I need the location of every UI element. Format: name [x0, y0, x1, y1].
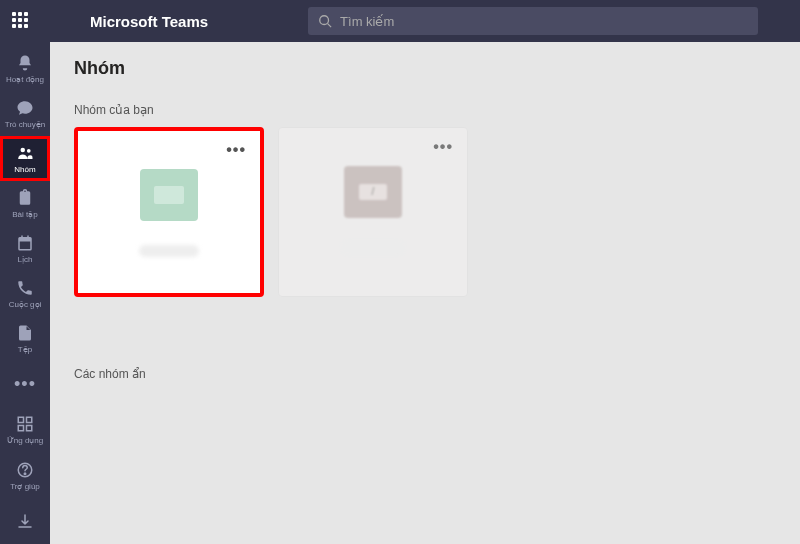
search-input[interactable]	[340, 14, 748, 29]
svg-point-9	[24, 473, 26, 475]
search-icon	[318, 14, 332, 28]
sidebar-item-label: Hoạt động	[6, 75, 44, 84]
sidebar-item-label: Nhóm	[14, 165, 35, 174]
bell-icon	[15, 53, 35, 73]
sidebar: Hoạt động Trò chuyện Nhóm Bài tập Lịch C…	[0, 0, 50, 544]
apps-icon	[15, 414, 35, 434]
sidebar-item-label: Cuộc gọi	[9, 300, 42, 309]
sidebar-item-files[interactable]: Tệp	[0, 316, 50, 361]
team-card[interactable]: ••• /	[278, 127, 468, 297]
svg-rect-5	[27, 417, 32, 422]
app-launcher-icon[interactable]	[12, 12, 30, 30]
svg-point-0	[320, 16, 329, 25]
help-icon	[15, 460, 35, 480]
file-icon	[15, 323, 35, 343]
team-card[interactable]: •••	[74, 127, 264, 297]
sidebar-item-calls[interactable]: Cuộc gọi	[0, 271, 50, 316]
sidebar-item-label: Lịch	[18, 255, 33, 264]
download-icon	[15, 511, 35, 531]
sidebar-item-assignments[interactable]: Bài tập	[0, 181, 50, 226]
ellipsis-icon: •••	[15, 374, 35, 394]
title-bar: Microsoft Teams	[0, 0, 800, 42]
team-more-button[interactable]: •••	[226, 141, 246, 159]
svg-rect-4	[18, 417, 23, 422]
svg-point-3	[27, 149, 31, 153]
your-teams-label: Nhóm của bạn	[74, 103, 776, 117]
sidebar-item-apps[interactable]: Ứng dụng	[0, 406, 50, 452]
calendar-icon	[15, 233, 35, 253]
svg-point-2	[21, 148, 26, 153]
phone-icon	[15, 278, 35, 298]
page-title: Nhóm	[74, 58, 776, 79]
team-avatar: /	[344, 166, 402, 218]
team-cards: ••• ••• /	[74, 127, 776, 297]
svg-line-1	[328, 24, 332, 28]
sidebar-item-label: Ứng dụng	[7, 436, 43, 445]
app-title: Microsoft Teams	[90, 13, 208, 30]
sidebar-item-activity[interactable]: Hoạt động	[0, 46, 50, 91]
sidebar-item-download[interactable]	[0, 498, 50, 544]
assignments-icon	[15, 188, 35, 208]
hidden-teams-label: Các nhóm ẩn	[74, 367, 776, 381]
sidebar-item-calendar[interactable]: Lịch	[0, 226, 50, 271]
sidebar-item-help[interactable]: Trợ giúp	[0, 452, 50, 498]
main-content: Nhóm Nhóm của bạn ••• ••• / Các nhóm ẩn	[50, 42, 800, 544]
sidebar-item-chat[interactable]: Trò chuyện	[0, 91, 50, 136]
team-avatar	[140, 169, 198, 221]
sidebar-item-teams[interactable]: Nhóm	[0, 136, 50, 181]
sidebar-item-more[interactable]: •••	[0, 361, 50, 406]
svg-rect-6	[18, 425, 23, 430]
teams-icon	[15, 143, 35, 163]
sidebar-item-label: Trợ giúp	[10, 482, 40, 491]
sidebar-item-label: Trò chuyện	[5, 120, 45, 129]
sidebar-item-label: Tệp	[18, 345, 32, 354]
chat-icon	[15, 98, 35, 118]
search-box[interactable]	[308, 7, 758, 35]
team-name	[343, 242, 403, 254]
sidebar-item-label: Bài tập	[12, 210, 37, 219]
team-name	[139, 245, 199, 257]
svg-rect-7	[27, 425, 32, 430]
team-more-button[interactable]: •••	[433, 138, 453, 156]
